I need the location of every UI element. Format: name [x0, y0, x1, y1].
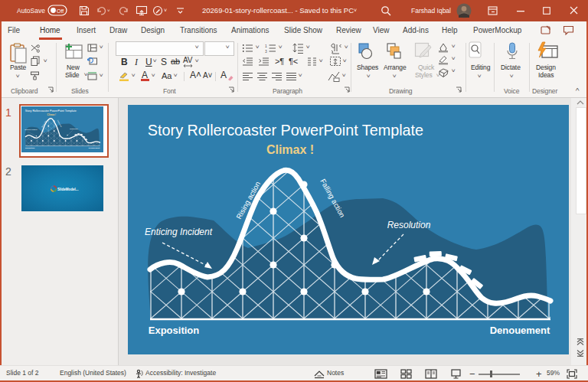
svg-text:SlideModel...: SlideModel... [57, 188, 79, 191]
svg-text:Off: Off [57, 8, 64, 14]
svg-text:Enticing Incident: Enticing Incident [145, 227, 213, 237]
svg-text:Climax !: Climax ! [266, 143, 314, 156]
svg-text:Resolution: Resolution [387, 220, 431, 230]
svg-text:Denouement: Denouement [490, 325, 550, 336]
svg-text:1: 1 [265, 44, 267, 48]
svg-text:3: 3 [265, 49, 267, 54]
svg-text:Exposition: Exposition [149, 325, 200, 336]
svg-text:Story Rollercoaster PowerPoint: Story Rollercoaster PowerPoint Template [148, 122, 423, 139]
